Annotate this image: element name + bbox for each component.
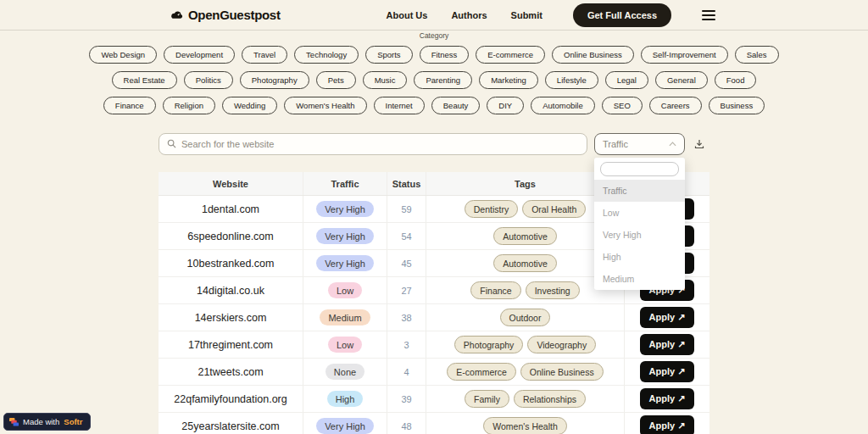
category-row: Web DesignDevelopmentTravelTechnologySpo… — [89, 46, 778, 64]
category-pill[interactable]: Religion — [163, 97, 215, 114]
status-cell: 39 — [387, 386, 426, 412]
category-label: Category — [0, 31, 868, 40]
tags-cell: Women's Health — [426, 413, 625, 434]
status-cell: 59 — [387, 196, 426, 222]
table-row: 21tweets.comNone4E-commerceOnline Busine… — [159, 359, 709, 386]
category-pill[interactable]: Finance — [103, 97, 156, 114]
website-name[interactable]: 1dental.com — [202, 203, 259, 215]
website-name[interactable]: 6speedonline.com — [187, 231, 273, 242]
traffic-badge: High — [327, 391, 364, 407]
category-pill[interactable]: Real Estate — [112, 71, 177, 89]
traffic-filter-select[interactable]: Traffic — [594, 133, 685, 155]
website-name[interactable]: 21tweets.com — [198, 366, 263, 378]
category-pill[interactable]: Travel — [242, 46, 287, 64]
tag-pill: Oral Health — [522, 200, 586, 218]
traffic-badge: Very High — [316, 418, 374, 434]
hamburger-menu-icon[interactable] — [702, 10, 715, 20]
dropdown-option[interactable]: Very High — [594, 224, 685, 246]
made-with-text: Made with — [23, 417, 59, 426]
website-name[interactable]: 10bestranked.com — [187, 258, 275, 270]
category-pill[interactable]: Careers — [649, 97, 702, 114]
traffic-badge: None — [326, 364, 364, 380]
nav-link-submit[interactable]: Submit — [511, 10, 542, 20]
dropdown-option[interactable]: Medium — [594, 268, 685, 290]
search-box[interactable] — [159, 133, 587, 155]
category-pill[interactable]: Beauty — [431, 97, 481, 114]
apply-button[interactable]: Apply ↗ — [640, 334, 695, 355]
category-pill[interactable]: Sales — [735, 46, 779, 64]
apply-button[interactable]: Apply ↗ — [640, 361, 695, 382]
tags-cell: E-commerceOnline Business — [426, 359, 625, 385]
category-pill[interactable]: Food — [715, 71, 757, 89]
website-name[interactable]: 14digital.co.uk — [197, 285, 264, 297]
tag-pill: Dentistry — [465, 200, 518, 218]
softr-brand-text: Softr — [64, 417, 82, 426]
category-pill[interactable]: Development — [164, 46, 235, 64]
status-cell: 38 — [387, 304, 426, 331]
website-name[interactable]: 25yearslatersite.com — [181, 420, 279, 432]
category-pill[interactable]: Parenting — [414, 71, 472, 89]
dropdown-search-input[interactable] — [600, 162, 679, 176]
category-pill[interactable]: Marketing — [479, 71, 538, 89]
category-pill[interactable]: Web Design — [89, 46, 157, 64]
tags-wrap: Automotive — [493, 227, 557, 245]
logo[interactable]: OpenGuestpost — [170, 8, 281, 22]
tag-pill: Automotive — [493, 227, 557, 245]
category-pill[interactable]: Technology — [294, 46, 359, 64]
table-row: 17thregiment.comLow3PhotographyVideograp… — [159, 331, 709, 359]
tags-wrap: FamilyRelationships — [465, 390, 586, 408]
made-with-softr-badge[interactable]: Made with Softr — [3, 413, 91, 431]
tag-pill: Photography — [454, 336, 524, 353]
dropdown-option[interactable]: Low — [594, 202, 685, 224]
apply-button[interactable]: Apply ↗ — [640, 307, 695, 328]
category-pill[interactable]: Internet — [374, 97, 425, 114]
category-pill[interactable]: DIY — [487, 97, 524, 114]
download-csv-button[interactable] — [694, 139, 704, 149]
category-pill[interactable]: Women's Health — [284, 97, 366, 114]
tags-wrap: Automotive — [493, 254, 557, 272]
tags-wrap: E-commerceOnline Business — [447, 363, 603, 381]
category-pill[interactable]: E-commerce — [476, 46, 545, 64]
category-pill[interactable]: Fitness — [420, 46, 470, 64]
category-pill[interactable]: Business — [709, 97, 765, 114]
traffic-cell: Medium — [303, 304, 387, 331]
get-full-access-button[interactable]: Get Full Access — [573, 3, 671, 27]
tag-pill: Automotive — [493, 254, 557, 272]
website-name[interactable]: 17thregiment.com — [188, 339, 273, 351]
apply-cell: Apply ↗ — [625, 386, 709, 412]
table-row: 25yearslatersite.comVery High48Women's H… — [159, 413, 709, 434]
website-cell: 14erskiers.com — [159, 304, 303, 331]
softr-logo-icon — [9, 417, 19, 426]
status-cell: 45 — [387, 250, 426, 276]
nav-link-authors[interactable]: Authors — [451, 10, 487, 20]
category-pill[interactable]: Legal — [605, 71, 648, 89]
website-cell: 14digital.co.uk — [159, 277, 303, 303]
category-pill[interactable]: Lifestyle — [545, 71, 598, 89]
category-pill[interactable]: Automobile — [531, 97, 595, 114]
category-pill[interactable]: Online Business — [552, 46, 634, 64]
nav-link-about-us[interactable]: About Us — [387, 10, 428, 20]
category-pill[interactable]: SEO — [602, 97, 643, 114]
column-header-traffic: Traffic — [303, 172, 387, 195]
table-row: 14erskiers.comMedium38OutdoorApply ↗ — [159, 304, 709, 331]
top-nav-links: About Us Authors Submit — [387, 10, 542, 20]
dropdown-option[interactable]: High — [594, 246, 685, 268]
apply-button[interactable]: Apply ↗ — [640, 415, 695, 434]
category-pill[interactable]: General — [655, 71, 708, 89]
category-pill[interactable]: Self-Improvement — [641, 46, 728, 64]
apply-cell: Apply ↗ — [625, 413, 709, 434]
category-pill[interactable]: Sports — [365, 46, 412, 64]
apply-button[interactable]: Apply ↗ — [640, 388, 695, 409]
dropdown-option[interactable]: Traffic — [594, 180, 685, 202]
top-navigation-bar: OpenGuestpost About Us Authors Submit Ge… — [0, 0, 868, 31]
category-pill[interactable]: Wedding — [222, 97, 277, 114]
tags-wrap: DentistryOral Health — [465, 200, 587, 218]
category-pill[interactable]: Pets — [316, 71, 356, 89]
apply-cell: Apply ↗ — [625, 304, 709, 331]
category-pill[interactable]: Politics — [184, 71, 233, 89]
category-pill[interactable]: Photography — [240, 71, 309, 89]
website-name[interactable]: 22qfamilyfoundation.org — [174, 393, 287, 405]
category-pill[interactable]: Music — [363, 71, 408, 89]
search-input[interactable] — [181, 139, 579, 149]
website-name[interactable]: 14erskiers.com — [195, 312, 267, 324]
